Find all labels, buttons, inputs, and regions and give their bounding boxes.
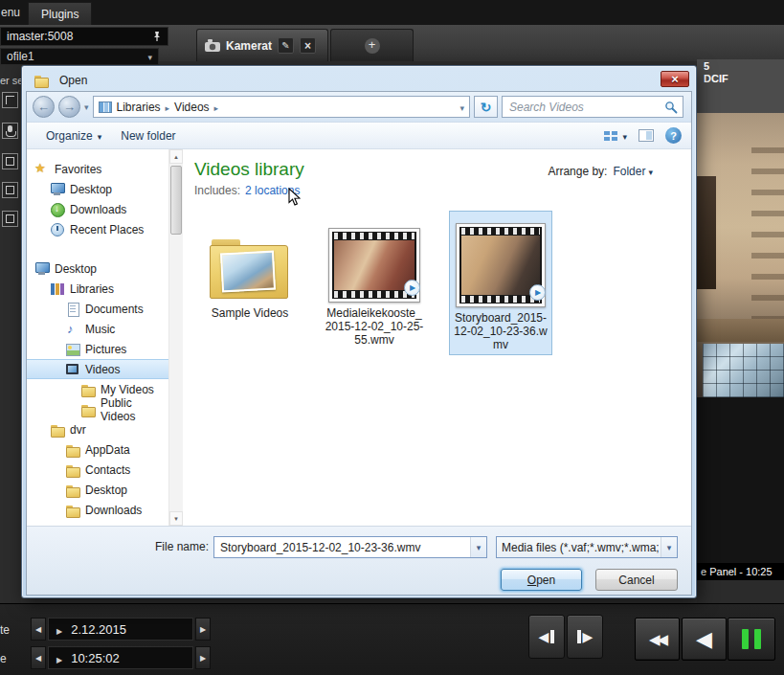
- time-next-button[interactable]: [195, 646, 211, 669]
- menu-tab[interactable]: enu: [0, 0, 28, 25]
- tree-item-appdata[interactable]: AppData: [27, 439, 168, 460]
- date-prev-button[interactable]: [31, 618, 46, 641]
- refresh-icon[interactable]: [474, 96, 498, 118]
- new-folder-button[interactable]: New folder: [111, 125, 185, 146]
- pin-icon[interactable]: [152, 31, 162, 42]
- file-type-combo[interactable]: Media files (*.vaf;*.wmv;*.wma;: [496, 536, 678, 558]
- date-field[interactable]: 2.12.2015: [48, 618, 193, 641]
- rewind-button[interactable]: [635, 618, 680, 661]
- search-box[interactable]: [502, 96, 683, 118]
- tool-icon[interactable]: [2, 153, 18, 169]
- pause-button[interactable]: [728, 618, 775, 661]
- chevron-right-icon[interactable]: [166, 101, 170, 114]
- tree-item-contacts[interactable]: Contacts: [27, 460, 168, 480]
- search-input[interactable]: [509, 101, 664, 114]
- video-thumbnail: [328, 228, 420, 303]
- music-icon: [65, 322, 81, 337]
- user-folder-icon: [50, 422, 66, 438]
- camera-number: 5: [704, 60, 784, 73]
- history-dropdown-icon[interactable]: [84, 102, 89, 112]
- play-backward-button[interactable]: [682, 618, 727, 661]
- photo-counter: [697, 319, 784, 342]
- step-back-button[interactable]: [528, 615, 565, 659]
- pause-icon: [754, 629, 761, 649]
- add-tab-button[interactable]: [330, 29, 414, 61]
- step-bar: [577, 630, 581, 643]
- cancel-button[interactable]: Cancel: [595, 569, 678, 591]
- scrollbar-thumb[interactable]: [170, 166, 182, 235]
- tree-item-desktop-user[interactable]: Desktop: [27, 480, 168, 500]
- tree-item-downloads-fav[interactable]: Downloads: [27, 199, 168, 219]
- organize-menu[interactable]: Organize: [36, 125, 111, 146]
- folder-thumbnail: [220, 251, 276, 293]
- step-forward-button[interactable]: [567, 615, 603, 659]
- dialog-titlebar[interactable]: Open: [26, 70, 692, 91]
- preview-pane-icon[interactable]: [638, 129, 654, 142]
- file-item-label: Medialeikekooste_2015-12-02_10-25-55.wmv: [325, 306, 424, 347]
- search-icon[interactable]: [664, 101, 678, 114]
- panel-dark-area: [697, 580, 784, 603]
- tree-item-music[interactable]: Music: [27, 319, 168, 339]
- folder-icon: [65, 503, 81, 518]
- edit-icon[interactable]: [278, 37, 294, 54]
- folder-icon: [65, 442, 81, 458]
- scroll-up-icon[interactable]: [169, 149, 183, 164]
- date-value: 2.12.2015: [71, 622, 126, 637]
- tool-icon[interactable]: [2, 211, 18, 227]
- tab-kamerat[interactable]: Kamerat: [196, 29, 328, 61]
- time-field[interactable]: 10:25:02: [48, 646, 193, 669]
- time-panel-bar: e Panel - 10:25: [697, 563, 784, 580]
- tree-item-downloads-user[interactable]: Downloads: [27, 500, 168, 520]
- chevron-right-icon[interactable]: [214, 101, 219, 114]
- forward-button[interactable]: [58, 96, 80, 118]
- tab-kamerat-label: Kamerat: [226, 39, 272, 53]
- open-button[interactable]: Open: [501, 569, 582, 591]
- tree-item-videos[interactable]: Videos: [27, 359, 168, 379]
- downloads-icon: [50, 202, 66, 217]
- file-name-combo[interactable]: [213, 536, 487, 558]
- tree-item-documents[interactable]: Documents: [27, 299, 168, 319]
- time-prev-button[interactable]: [31, 646, 46, 669]
- close-tab-icon[interactable]: [300, 37, 316, 54]
- file-type-value: Media files (*.vaf;*.wmv;*.wma;: [497, 541, 661, 554]
- chevron-down-icon: [622, 129, 627, 143]
- server-box: imaster:5008: [0, 27, 168, 46]
- folder-icon: [80, 382, 97, 397]
- tree-label: Documents: [85, 303, 144, 316]
- date-next-button[interactable]: [195, 618, 211, 641]
- tree-item-recent-places[interactable]: Recent Places: [27, 219, 168, 239]
- folder-icon: [210, 239, 290, 299]
- close-dialog-button[interactable]: [661, 71, 689, 87]
- tree-item-pictures[interactable]: Pictures: [27, 339, 168, 359]
- file-name-input[interactable]: [214, 541, 470, 554]
- mic-tool-icon[interactable]: [2, 123, 18, 139]
- address-dropdown-icon[interactable]: [459, 101, 464, 114]
- views-button[interactable]: [604, 129, 627, 143]
- chevron-down-icon[interactable]: [661, 537, 677, 557]
- breadcrumb-videos[interactable]: Videos: [174, 101, 209, 114]
- help-icon[interactable]: [665, 127, 682, 144]
- tool-icon[interactable]: [2, 182, 18, 198]
- tree-item-desktop-fav[interactable]: Desktop: [27, 179, 168, 199]
- chevron-down-icon: [648, 165, 653, 178]
- tree-item-favorites[interactable]: Favorites: [27, 159, 168, 179]
- profile-dropdown[interactable]: ofile1: [0, 48, 159, 65]
- tree-item-desktop[interactable]: Desktop: [27, 259, 168, 279]
- chevron-down-icon[interactable]: [470, 537, 486, 557]
- file-item-medialeikekooste[interactable]: Medialeikekooste_2015-12-02_10-25-55.wmv: [325, 211, 424, 347]
- breadcrumb-libraries[interactable]: Libraries: [117, 101, 161, 114]
- file-item-storyboard-selected[interactable]: Storyboard_2015-12-02_10-23-36.wmv: [449, 211, 552, 355]
- tab-plugins[interactable]: Plugins: [28, 2, 92, 25]
- includes-label: Includes:: [194, 184, 240, 197]
- back-button[interactable]: [33, 96, 55, 118]
- tree-scrollbar[interactable]: [168, 149, 183, 526]
- tree-item-public-videos[interactable]: Public Videos: [27, 399, 168, 419]
- arrange-by-dropdown[interactable]: Folder: [613, 165, 653, 178]
- tree-item-libraries[interactable]: Libraries: [27, 279, 168, 299]
- dialog-title: Open: [59, 74, 87, 87]
- top-menu-bar: enu Plugins: [0, 0, 784, 25]
- file-item-sample-videos[interactable]: Sample Videos: [200, 211, 300, 320]
- organize-label: Organize: [46, 129, 93, 143]
- crop-tool-icon[interactable]: [2, 92, 18, 108]
- scroll-down-icon[interactable]: [169, 511, 183, 526]
